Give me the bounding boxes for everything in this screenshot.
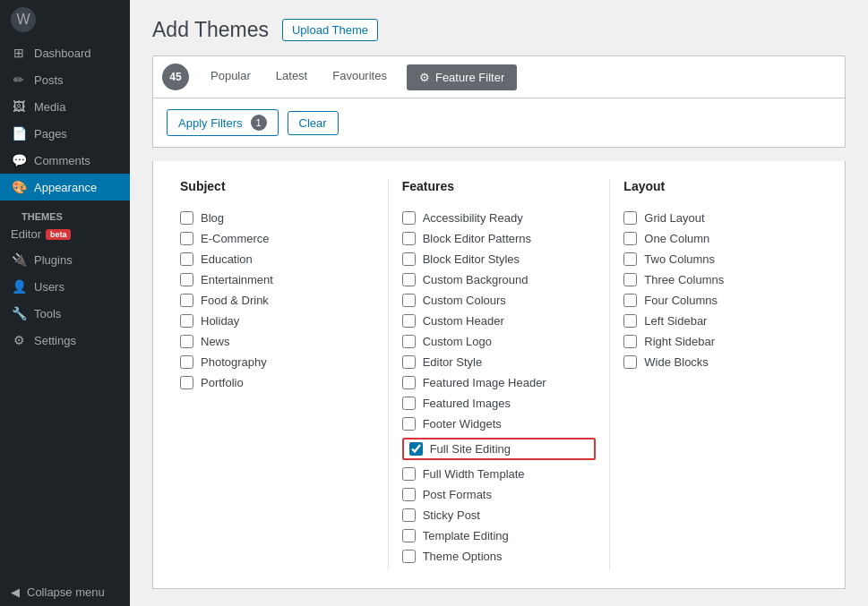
checkbox-custom-colours[interactable]: Custom Colours: [402, 294, 597, 307]
left-sidebar-checkbox[interactable]: [623, 314, 637, 328]
accessibility-ready-label: Accessibility Ready: [423, 211, 523, 225]
featured-image-header-label: Featured Image Header: [423, 376, 546, 389]
one-column-checkbox[interactable]: [623, 232, 637, 245]
blog-checkbox[interactable]: [180, 211, 193, 225]
checkbox-theme-options[interactable]: Theme Options: [402, 550, 597, 563]
checkbox-left-sidebar[interactable]: Left Sidebar: [623, 314, 818, 328]
checkbox-holiday[interactable]: Holiday: [180, 314, 374, 328]
custom-header-label: Custom Header: [423, 314, 504, 328]
tab-latest[interactable]: Latest: [263, 60, 320, 94]
checkbox-food-drink[interactable]: Food & Drink: [180, 294, 374, 307]
sidebar-pages-label: Pages: [34, 127, 67, 141]
checkbox-two-columns[interactable]: Two Columns: [623, 252, 818, 266]
full-width-template-checkbox[interactable]: [402, 467, 416, 481]
food-drink-checkbox[interactable]: [180, 294, 193, 307]
checkbox-accessibility-ready[interactable]: Accessibility Ready: [402, 211, 597, 225]
three-columns-checkbox[interactable]: [623, 273, 637, 286]
checkbox-grid-layout[interactable]: Grid Layout: [623, 211, 818, 225]
checkbox-featured-image-header[interactable]: Featured Image Header: [402, 376, 597, 389]
custom-background-checkbox[interactable]: [402, 273, 416, 286]
checkbox-photography[interactable]: Photography: [180, 355, 374, 369]
entertainment-label: Entertainment: [201, 273, 273, 286]
ecommerce-checkbox[interactable]: [180, 232, 193, 245]
checkbox-four-columns[interactable]: Four Columns: [623, 294, 818, 307]
checkbox-sticky-post[interactable]: Sticky Post: [402, 508, 597, 522]
template-editing-checkbox[interactable]: [402, 529, 416, 542]
checkbox-blog[interactable]: Blog: [180, 211, 374, 225]
sidebar-item-plugins[interactable]: 🔌 Plugins: [0, 246, 130, 273]
checkbox-full-site-editing[interactable]: Full Site Editing: [402, 438, 597, 460]
sidebar-item-comments[interactable]: 💬 Comments: [0, 147, 130, 174]
custom-logo-checkbox[interactable]: [402, 335, 416, 348]
sidebar-item-posts[interactable]: ✏ Posts: [0, 66, 130, 93]
full-site-editing-checkbox[interactable]: [409, 442, 423, 456]
entertainment-checkbox[interactable]: [180, 273, 193, 286]
checkbox-full-width-template[interactable]: Full Width Template: [402, 467, 597, 481]
checkbox-wide-blocks[interactable]: Wide Blocks: [623, 355, 818, 369]
checkbox-custom-background[interactable]: Custom Background: [402, 273, 597, 286]
custom-colours-checkbox[interactable]: [402, 294, 416, 307]
four-columns-label: Four Columns: [644, 294, 718, 307]
sidebar-item-pages[interactable]: 📄 Pages: [0, 120, 130, 147]
photography-checkbox[interactable]: [180, 355, 193, 369]
sticky-post-checkbox[interactable]: [402, 508, 416, 522]
checkbox-news[interactable]: News: [180, 335, 374, 348]
checkbox-entertainment[interactable]: Entertainment: [180, 273, 374, 286]
checkbox-block-editor-patterns[interactable]: Block Editor Patterns: [402, 232, 597, 245]
sidebar-item-appearance[interactable]: 🎨 Appearance: [0, 174, 130, 201]
block-editor-patterns-checkbox[interactable]: [402, 232, 416, 245]
three-columns-label: Three Columns: [644, 273, 724, 286]
editor-style-checkbox[interactable]: [402, 355, 416, 369]
themes-editor-link[interactable]: Editor beta: [11, 224, 119, 244]
education-checkbox[interactable]: [180, 252, 193, 266]
tab-favourites[interactable]: Favourites: [320, 60, 400, 94]
four-columns-checkbox[interactable]: [623, 294, 637, 307]
collapse-menu-button[interactable]: ◀ Collapse menu: [0, 578, 130, 606]
accessibility-ready-checkbox[interactable]: [402, 211, 416, 225]
checkbox-portfolio[interactable]: Portfolio: [180, 376, 374, 389]
featured-images-checkbox[interactable]: [402, 397, 416, 410]
checkbox-custom-header[interactable]: Custom Header: [402, 314, 597, 328]
sidebar-item-users[interactable]: 👤 Users: [0, 273, 130, 300]
checkbox-right-sidebar[interactable]: Right Sidebar: [623, 335, 818, 348]
sidebar-item-tools[interactable]: 🔧 Tools: [0, 300, 130, 327]
checkbox-featured-images[interactable]: Featured Images: [402, 397, 597, 410]
wide-blocks-checkbox[interactable]: [623, 355, 637, 369]
sidebar-item-settings[interactable]: ⚙ Settings: [0, 327, 130, 354]
apply-filters-button[interactable]: Apply Filters 1: [167, 109, 279, 136]
block-editor-styles-checkbox[interactable]: [402, 252, 416, 266]
checkbox-editor-style[interactable]: Editor Style: [402, 355, 597, 369]
portfolio-checkbox[interactable]: [180, 376, 193, 389]
themes-label[interactable]: Themes: [11, 202, 119, 224]
clear-filters-button[interactable]: Clear: [288, 111, 339, 135]
tab-popular[interactable]: Popular: [198, 60, 263, 94]
two-columns-checkbox[interactable]: [623, 252, 637, 266]
checkbox-post-formats[interactable]: Post Formats: [402, 488, 597, 501]
footer-widgets-checkbox[interactable]: [402, 417, 416, 431]
right-sidebar-checkbox[interactable]: [623, 335, 637, 348]
checkbox-block-editor-styles[interactable]: Block Editor Styles: [402, 252, 597, 266]
holiday-checkbox[interactable]: [180, 314, 193, 328]
sidebar-item-media[interactable]: 🖼 Media: [0, 93, 130, 120]
template-editing-label: Template Editing: [423, 529, 509, 542]
checkbox-footer-widgets[interactable]: Footer Widgets: [402, 417, 597, 431]
feature-filter-label: Feature Filter: [435, 71, 504, 84]
checkbox-ecommerce[interactable]: E-Commerce: [180, 232, 374, 245]
news-checkbox[interactable]: [180, 335, 193, 348]
checkbox-custom-logo[interactable]: Custom Logo: [402, 335, 597, 348]
upload-theme-button[interactable]: Upload Theme: [282, 19, 378, 41]
custom-header-checkbox[interactable]: [402, 314, 416, 328]
checkbox-template-editing[interactable]: Template Editing: [402, 529, 597, 542]
grid-layout-checkbox[interactable]: [623, 211, 637, 225]
checkbox-one-column[interactable]: One Column: [623, 232, 818, 245]
feature-filter-button[interactable]: ⚙ Feature Filter: [407, 64, 517, 90]
featured-image-header-checkbox[interactable]: [402, 376, 416, 389]
post-formats-checkbox[interactable]: [402, 488, 416, 501]
custom-background-label: Custom Background: [423, 273, 529, 286]
checkbox-education[interactable]: Education: [180, 252, 374, 266]
sidebar-item-dashboard[interactable]: ⊞ Dashboard: [0, 39, 130, 66]
checkbox-three-columns[interactable]: Three Columns: [623, 273, 818, 286]
features-column-title: Features: [402, 179, 597, 201]
tabs-row: 45 Popular Latest Favourites ⚙ Feature F…: [152, 55, 846, 98]
theme-options-checkbox[interactable]: [402, 550, 416, 563]
